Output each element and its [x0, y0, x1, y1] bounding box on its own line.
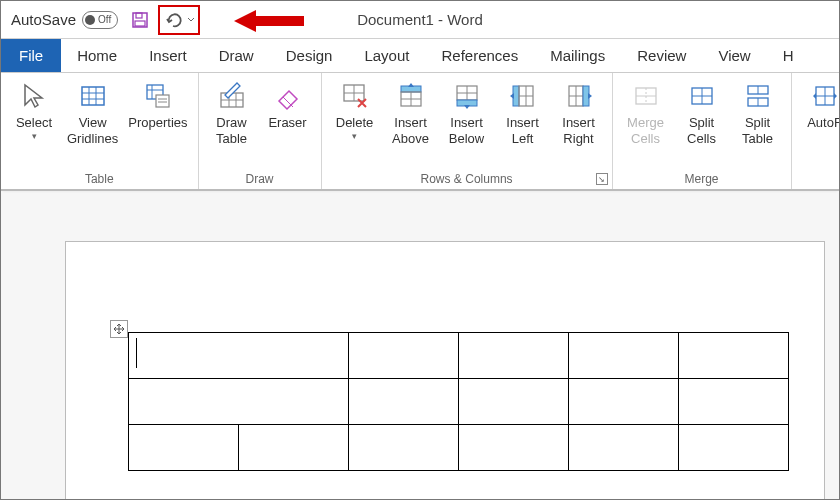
properties-button[interactable]: Properties — [124, 77, 191, 133]
split-cells-icon — [687, 81, 717, 111]
table-cell[interactable] — [459, 425, 569, 471]
insert-above-icon — [396, 81, 426, 111]
title-bar: AutoSave Off — [1, 1, 839, 39]
split-table-button[interactable]: SplitTable — [731, 77, 785, 148]
move-icon — [113, 323, 125, 335]
svg-rect-5 — [82, 87, 104, 105]
draw-table-button[interactable]: DrawTable — [205, 77, 259, 148]
group-rows-columns: Delete ▾ InsertAbove InsertBelow InsertL… — [322, 73, 613, 189]
insert-right-icon — [564, 81, 594, 111]
autosave-toggle[interactable]: Off — [82, 11, 118, 29]
table-cell[interactable] — [679, 333, 789, 379]
tab-insert[interactable]: Insert — [133, 39, 203, 72]
pencil-table-icon — [217, 81, 247, 111]
tab-draw[interactable]: Draw — [203, 39, 270, 72]
insert-below-icon — [452, 81, 482, 111]
chevron-down-icon — [187, 16, 195, 24]
tab-review[interactable]: Review — [621, 39, 702, 72]
document-table[interactable] — [128, 332, 789, 471]
table-row[interactable] — [129, 333, 789, 379]
autofit-button[interactable]: AutoF — [798, 77, 840, 133]
undo-highlight-box — [158, 5, 200, 35]
table-move-handle[interactable] — [110, 320, 128, 338]
table-row[interactable] — [129, 425, 789, 471]
table-cell[interactable] — [679, 425, 789, 471]
table-cell[interactable] — [459, 379, 569, 425]
tab-references[interactable]: References — [425, 39, 534, 72]
ribbon: Select ▾ ViewGridlines Properties Table — [1, 73, 839, 191]
table-cell[interactable] — [129, 379, 349, 425]
group-table: Select ▾ ViewGridlines Properties Table — [1, 73, 199, 189]
table-row[interactable] — [129, 379, 789, 425]
table-cell[interactable] — [349, 379, 459, 425]
autofit-icon — [810, 81, 840, 111]
table-cell[interactable] — [569, 425, 679, 471]
select-button[interactable]: Select ▾ — [7, 77, 61, 143]
chevron-down-icon: ▾ — [352, 132, 357, 141]
gridlines-icon — [78, 81, 108, 111]
group-label — [798, 184, 840, 187]
tab-home[interactable]: Home — [61, 39, 133, 72]
insert-below-button[interactable]: InsertBelow — [440, 77, 494, 148]
tab-mailings[interactable]: Mailings — [534, 39, 621, 72]
table-cell[interactable] — [349, 333, 459, 379]
undo-icon — [164, 10, 184, 30]
tab-view[interactable]: View — [702, 39, 766, 72]
svg-rect-2 — [135, 21, 145, 26]
delete-button[interactable]: Delete ▾ — [328, 77, 382, 143]
table-cell[interactable] — [569, 379, 679, 425]
insert-left-button[interactable]: InsertLeft — [496, 77, 550, 148]
autosave-label: AutoSave — [11, 11, 76, 28]
table-cell[interactable] — [239, 425, 349, 471]
split-table-icon — [743, 81, 773, 111]
group-label: Rows & Columns — [328, 170, 606, 187]
group-label: Table — [7, 170, 192, 187]
split-cells-button[interactable]: SplitCells — [675, 77, 729, 148]
insert-right-button[interactable]: InsertRight — [552, 77, 606, 148]
document-title: Document1 - Word — [1, 11, 839, 28]
table-cell[interactable] — [129, 425, 239, 471]
chevron-down-icon: ▾ — [32, 132, 37, 141]
autosave-state: Off — [98, 14, 111, 25]
undo-menu-caret[interactable] — [186, 16, 196, 24]
group-label: Draw — [205, 170, 315, 187]
table-cell[interactable] — [349, 425, 459, 471]
text-cursor — [136, 338, 137, 368]
page[interactable] — [65, 241, 825, 499]
group-cell-size: AutoF — [792, 73, 840, 189]
toggle-knob — [85, 15, 95, 25]
view-gridlines-button[interactable]: ViewGridlines — [63, 77, 122, 148]
table-cell[interactable] — [569, 333, 679, 379]
document-area[interactable] — [1, 193, 839, 499]
tab-layout[interactable]: Layout — [348, 39, 425, 72]
properties-icon — [143, 81, 173, 111]
group-label: Merge — [619, 170, 785, 187]
table-cell[interactable] — [459, 333, 569, 379]
word-window: AutoSave Off — [0, 0, 840, 500]
insert-left-icon — [508, 81, 538, 111]
merge-cells-button: MergeCells — [619, 77, 673, 148]
tab-help[interactable]: H — [767, 39, 810, 72]
group-merge: MergeCells SplitCells SplitTable Merge — [613, 73, 792, 189]
save-button[interactable] — [128, 8, 152, 32]
cursor-icon — [19, 81, 49, 111]
delete-table-icon — [340, 81, 370, 111]
insert-above-button[interactable]: InsertAbove — [384, 77, 438, 148]
dialog-launcher[interactable]: ↘ — [596, 173, 608, 185]
autosave-control[interactable]: AutoSave Off — [11, 11, 118, 29]
ribbon-tabs: File Home Insert Draw Design Layout Refe… — [1, 39, 839, 73]
group-draw: DrawTable Eraser Draw — [199, 73, 322, 189]
svg-rect-13 — [156, 95, 169, 107]
tab-file[interactable]: File — [1, 39, 61, 72]
save-icon — [131, 11, 149, 29]
quick-access-toolbar — [128, 5, 200, 35]
eraser-icon — [273, 81, 303, 111]
merge-cells-icon — [631, 81, 661, 111]
tab-design[interactable]: Design — [270, 39, 349, 72]
table-cell[interactable] — [679, 379, 789, 425]
undo-button[interactable] — [162, 8, 186, 32]
table-cell[interactable] — [129, 333, 349, 379]
eraser-button[interactable]: Eraser — [261, 77, 315, 133]
